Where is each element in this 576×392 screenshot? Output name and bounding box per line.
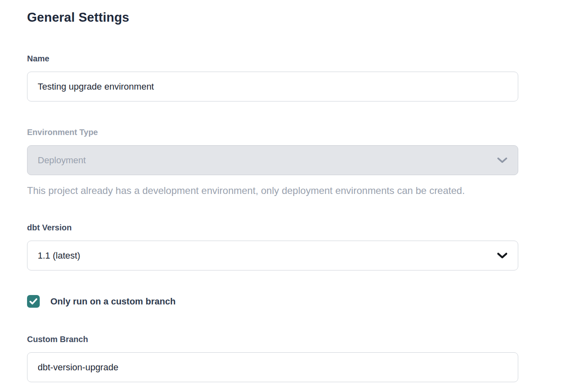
environment-type-label: Environment Type (27, 127, 518, 137)
checkmark-icon (29, 298, 37, 304)
chevron-down-icon (497, 252, 507, 259)
chevron-down-icon (497, 157, 507, 164)
dbt-version-select[interactable]: 1.1 (latest) (27, 241, 518, 270)
environment-type-selected-value: Deployment (38, 155, 86, 166)
custom-branch-field-group: Custom Branch (27, 334, 518, 382)
name-label: Name (27, 53, 518, 64)
custom-branch-input[interactable] (27, 352, 518, 382)
spacer (27, 270, 518, 295)
page-title: General Settings (27, 10, 518, 25)
spacer (27, 101, 518, 127)
custom-branch-checkbox-row: Only run on a custom branch (27, 295, 518, 308)
spacer (27, 308, 518, 334)
dbt-version-label: dbt Version (27, 222, 518, 233)
spacer (27, 197, 518, 222)
name-input[interactable] (27, 72, 518, 101)
custom-branch-checkbox[interactable] (27, 295, 40, 308)
general-settings-page: General Settings Name Environment Type D… (0, 10, 576, 382)
dbt-version-selected-value: 1.1 (latest) (38, 250, 80, 261)
environment-type-field-group: Environment Type Deployment This project… (27, 127, 518, 197)
name-field-group: Name (27, 53, 518, 101)
dbt-version-field-group: dbt Version 1.1 (latest) (27, 222, 518, 270)
spacer (27, 25, 518, 53)
environment-type-select: Deployment (27, 145, 518, 175)
custom-branch-checkbox-label[interactable]: Only run on a custom branch (50, 295, 176, 308)
environment-type-helper-text: This project already has a development e… (27, 184, 518, 197)
custom-branch-label: Custom Branch (27, 334, 518, 345)
